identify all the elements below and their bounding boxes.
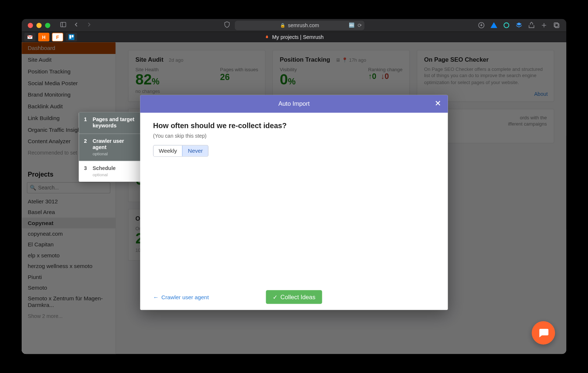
- favorites-tabs: H F My projects | Semrush: [22, 32, 566, 42]
- arrow-left-icon: ←: [153, 294, 159, 300]
- favorite-tab-gmail[interactable]: [24, 33, 36, 41]
- collect-ideas-button[interactable]: ✓ Collect Ideas: [266, 290, 322, 304]
- option-never[interactable]: Never: [182, 145, 208, 156]
- new-tab-icon[interactable]: [540, 22, 548, 29]
- modal-question: How often should we re-collect ideas?: [153, 122, 435, 131]
- modal-header: Auto Import: [140, 95, 448, 112]
- svg-rect-9: [69, 35, 71, 39]
- favorite-tab-h[interactable]: H: [38, 33, 50, 41]
- modal-footer: ← Crawler user agent ✓ Collect Ideas: [140, 284, 448, 310]
- reload-icon[interactable]: ⟳: [358, 22, 362, 28]
- close-window-icon[interactable]: [28, 23, 33, 28]
- page-title-text: My projects | Semrush: [272, 34, 324, 40]
- step-1[interactable]: 1 Pages and target keywords: [79, 112, 141, 134]
- forward-icon[interactable]: [86, 21, 93, 30]
- titlebar-right-icons: [478, 22, 560, 29]
- option-weekly[interactable]: Weekly: [154, 145, 182, 156]
- step-3[interactable]: 3 Schedule optional: [79, 161, 141, 182]
- svg-rect-7: [554, 23, 558, 27]
- wizard-stepper: 1 Pages and target keywords 2 Crawler us…: [79, 112, 141, 182]
- titlebar-left-icons: [60, 21, 93, 30]
- modal-skip-note: (You can skip this step): [153, 133, 435, 139]
- titlebar: 🔒 semrush.com 🔤 ⟳: [22, 19, 566, 32]
- back-icon[interactable]: [73, 21, 80, 30]
- circle-ext-icon[interactable]: [503, 22, 510, 29]
- chat-fab[interactable]: [532, 321, 555, 345]
- url-field[interactable]: 🔒 semrush.com 🔤 ⟳: [235, 21, 365, 30]
- maximize-window-icon[interactable]: [45, 23, 50, 28]
- address-area: 🔒 semrush.com 🔤 ⟳: [182, 21, 406, 30]
- svg-rect-10: [72, 35, 74, 37]
- minimize-window-icon[interactable]: [36, 23, 42, 28]
- close-icon: [434, 100, 441, 107]
- translate-icon[interactable]: 🔤: [349, 22, 355, 28]
- svg-rect-6: [555, 24, 559, 28]
- frequency-segmented-control: Weekly Never: [153, 145, 209, 157]
- auto-import-modal: Auto Import How often should we re-colle…: [140, 95, 448, 310]
- favorite-tab-trello[interactable]: [66, 33, 77, 41]
- step-2[interactable]: 2 Crawler user agent optional: [79, 134, 141, 161]
- favorite-tab-f[interactable]: F: [52, 33, 63, 41]
- modal-close-button[interactable]: [432, 98, 444, 109]
- modal-title: Auto Import: [278, 100, 309, 107]
- lock-icon: 🔒: [280, 23, 285, 28]
- layers-ext-icon[interactable]: [515, 22, 523, 29]
- downloads-icon[interactable]: [478, 22, 485, 29]
- url-host: semrush.com: [288, 22, 319, 28]
- traffic-lights: [28, 23, 50, 28]
- warning-ext-icon[interactable]: [490, 22, 498, 29]
- check-icon: ✓: [273, 294, 278, 301]
- modal-body: How often should we re-collect ideas? (Y…: [140, 112, 448, 284]
- svg-point-3: [504, 23, 509, 28]
- page-title: My projects | Semrush: [264, 34, 323, 40]
- svg-rect-0: [61, 22, 66, 27]
- privacy-shield-icon[interactable]: [223, 21, 230, 30]
- browser-window: 🔒 semrush.com 🔤 ⟳: [22, 19, 566, 354]
- svg-rect-8: [68, 34, 74, 40]
- semrush-logo-icon: [264, 34, 269, 39]
- back-link[interactable]: ← Crawler user agent: [153, 294, 209, 300]
- share-icon[interactable]: [528, 22, 535, 29]
- sidebar-toggle-icon[interactable]: [60, 21, 67, 30]
- chat-icon: [537, 327, 549, 339]
- tabs-overview-icon[interactable]: [553, 22, 560, 29]
